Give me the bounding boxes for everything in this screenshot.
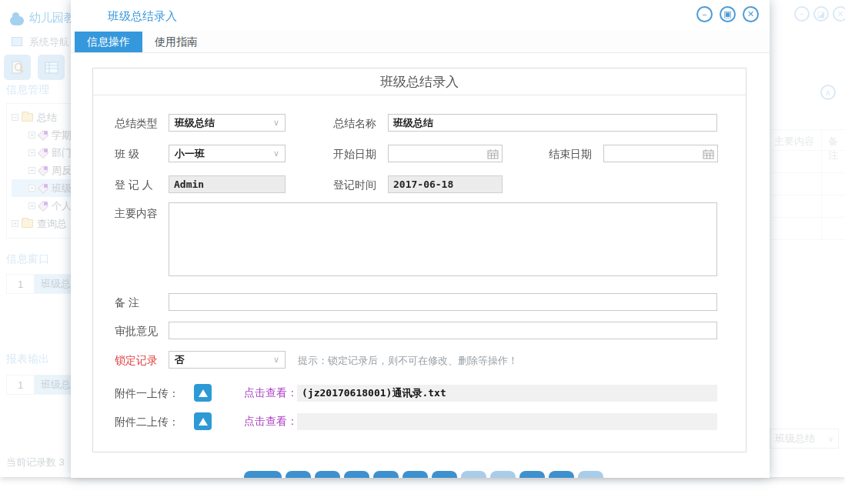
grid-divider [821, 130, 822, 239]
start-date-input[interactable] [388, 145, 503, 162]
expand-expander-icon[interactable]: + [28, 202, 35, 209]
summary-type-select[interactable]: 班级总结 ∨ [169, 114, 286, 132]
dialog-action-button[interactable] [432, 471, 457, 478]
dialog-close-button[interactable]: ✕ [743, 6, 759, 22]
register-time-label: 登记时间 [333, 179, 376, 192]
tree-node-label: 部门 [52, 146, 72, 160]
folder-icon [22, 113, 33, 122]
expand-expander-icon[interactable]: + [28, 185, 35, 192]
upload-arrow-icon [199, 418, 208, 426]
summary-name-input[interactable] [388, 114, 717, 132]
data-grid: 主要内容 备注 [771, 129, 845, 239]
remark-input[interactable] [169, 293, 717, 311]
dialog-tabbar: 信息操作 使用指南 [71, 31, 770, 53]
end-date-input[interactable] [603, 145, 718, 162]
dialog-action-button[interactable] [461, 471, 486, 478]
nav-checkbox-icon[interactable] [12, 37, 22, 46]
folder-icon [22, 219, 33, 228]
tree-node-label: 总结 [37, 111, 57, 125]
dialog-minimize-button[interactable]: − [696, 6, 713, 22]
tree-node-label: 查询总 [37, 217, 67, 231]
dialog-action-button[interactable] [578, 471, 603, 478]
row-number: 1 [7, 375, 35, 394]
dialog-action-button[interactable] [490, 471, 516, 478]
window-minimize-button[interactable]: − [794, 6, 810, 22]
nav-label: 系统导航 [29, 35, 69, 49]
summary-type-dropdown[interactable]: 班级总结 ∨ [770, 429, 839, 449]
grid-line [771, 172, 845, 173]
dialog-action-button[interactable] [402, 471, 428, 478]
brush-leaf-icon [38, 166, 48, 175]
lock-record-select[interactable]: 否 ∨ [169, 351, 286, 369]
attachment2-upload-button[interactable] [194, 412, 212, 430]
grid-column-remark: 备注 [828, 135, 845, 162]
table-icon [45, 62, 58, 74]
attachment1-label: 附件一上传： [115, 387, 179, 401]
expand-expander-icon[interactable]: + [12, 220, 18, 227]
register-time-field [388, 175, 503, 193]
title-divider [93, 95, 746, 95]
approval-input[interactable] [169, 322, 717, 339]
remark-label: 备 注 [115, 296, 139, 310]
tree-node-label: 班级 [52, 182, 72, 195]
attachment2-filename[interactable] [297, 413, 717, 430]
search-toolbar-button[interactable] [4, 55, 31, 80]
class-label: 班 级 [115, 148, 139, 162]
expand-expander-icon[interactable]: + [28, 167, 35, 174]
attachment2-view-link[interactable]: 点击查看： [244, 415, 298, 429]
grid-line [771, 239, 845, 240]
brush-leaf-icon [38, 131, 48, 140]
class-select[interactable]: 小一班 ∨ [169, 145, 286, 162]
form-title: 班级总结录入 [93, 73, 746, 91]
main-content-label: 主要内容 [115, 207, 158, 221]
chevron-down-icon: ∨ [273, 149, 279, 159]
attachment1-filename[interactable]: (jz20170618001)通讯录.txt [297, 385, 717, 402]
chevron-down-icon: ∨ [273, 355, 279, 365]
dropdown-value: 班级总结 [775, 432, 815, 446]
select-value: 小一班 [175, 147, 205, 161]
dialog-action-button[interactable] [549, 471, 574, 478]
main-content-textarea[interactable] [169, 202, 717, 276]
lock-record-label: 锁定记录 [115, 354, 158, 368]
app-logo-icon [10, 16, 24, 25]
expand-expander-icon[interactable]: + [28, 149, 35, 156]
select-value: 否 [175, 353, 185, 367]
search-doc-icon [10, 60, 25, 75]
attachment1-upload-button[interactable] [194, 384, 212, 402]
lock-record-hint: 提示：锁定记录后，则不可在修改、删除等操作！ [298, 354, 518, 368]
app-title: 幼儿园教 [29, 11, 75, 25]
calendar-icon [487, 149, 499, 159]
chevron-down-icon: ∨ [828, 435, 833, 443]
summary-type-label: 总结类型 [115, 117, 158, 131]
dialog-action-button[interactable] [244, 471, 282, 478]
tab-user-guide[interactable]: 使用指南 [142, 32, 210, 52]
window-close-button[interactable]: ✕ [833, 6, 845, 22]
list-toolbar-button[interactable] [38, 55, 65, 80]
dialog-action-button[interactable] [344, 471, 369, 478]
panel-collapse-button[interactable]: ∧ [820, 85, 836, 100]
section-info-window: 信息窗口 [6, 252, 49, 266]
tree-node-label: 周反 [52, 164, 72, 178]
collapse-expander-icon[interactable]: − [12, 114, 18, 121]
brush-leaf-icon [38, 149, 48, 158]
dialog-restore-button[interactable]: ▣ [720, 6, 736, 22]
dialog-action-button[interactable] [286, 471, 311, 478]
dialog-action-button[interactable] [519, 471, 545, 478]
chevron-down-icon: ∨ [273, 118, 279, 128]
upload-arrow-icon [199, 389, 208, 397]
tab-info-operation[interactable]: 信息操作 [75, 32, 142, 52]
grid-column-main-content: 主要内容 [774, 135, 814, 149]
end-date-label: 结束日期 [549, 148, 592, 162]
grid-line [771, 150, 845, 151]
window-restore-button[interactable]: ◪ [813, 6, 829, 22]
calendar-icon [703, 149, 714, 159]
entry-form-panel: 班级总结录入 总结类型 班级总结 ∨ 总结名称 班 级 小一班 ∨ 开始日期 结… [92, 68, 746, 452]
expand-expander-icon[interactable]: + [28, 132, 35, 139]
attachment1-view-link[interactable]: 点击查看： [244, 386, 298, 400]
class-summary-entry-dialog: 班级总结录入 − ▣ ✕ 信息操作 使用指南 班级总结录入 总结类型 班级总结 … [71, 0, 770, 478]
dialog-action-button[interactable] [315, 471, 340, 478]
dialog-action-button[interactable] [373, 471, 399, 478]
brush-leaf-icon [38, 202, 48, 211]
approval-label: 审批意见 [115, 325, 158, 339]
select-value: 班级总结 [175, 116, 215, 130]
